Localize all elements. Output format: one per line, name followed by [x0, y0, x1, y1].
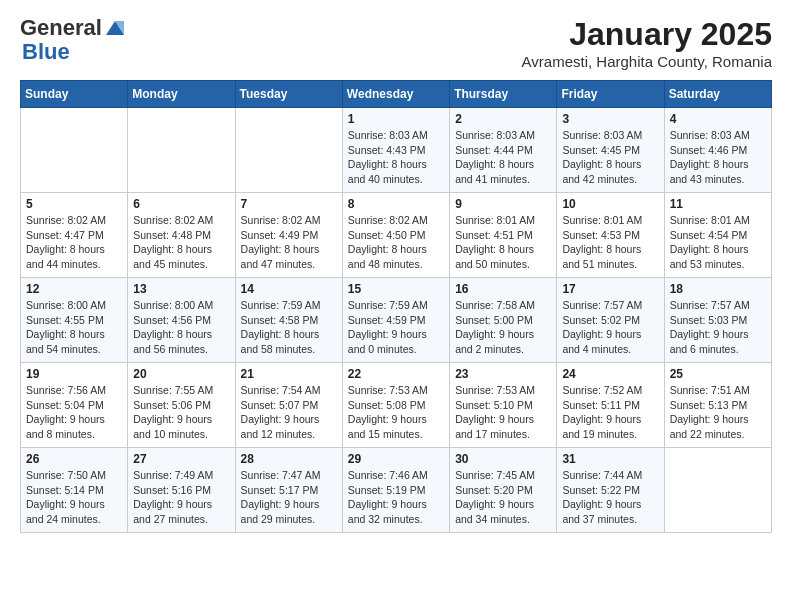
day-info: Sunrise: 7:57 AMSunset: 5:02 PMDaylight:… [562, 298, 658, 357]
logo: General Blue [20, 16, 126, 64]
day-number: 4 [670, 112, 766, 126]
day-info: Sunrise: 7:53 AMSunset: 5:08 PMDaylight:… [348, 383, 444, 442]
calendar-week-5: 26Sunrise: 7:50 AMSunset: 5:14 PMDayligh… [21, 448, 772, 533]
calendar-cell: 19Sunrise: 7:56 AMSunset: 5:04 PMDayligh… [21, 363, 128, 448]
day-info: Sunrise: 8:03 AMSunset: 4:46 PMDaylight:… [670, 128, 766, 187]
day-info: Sunrise: 8:02 AMSunset: 4:49 PMDaylight:… [241, 213, 337, 272]
day-info: Sunrise: 8:01 AMSunset: 4:51 PMDaylight:… [455, 213, 551, 272]
calendar-week-4: 19Sunrise: 7:56 AMSunset: 5:04 PMDayligh… [21, 363, 772, 448]
day-info: Sunrise: 7:44 AMSunset: 5:22 PMDaylight:… [562, 468, 658, 527]
calendar-cell: 27Sunrise: 7:49 AMSunset: 5:16 PMDayligh… [128, 448, 235, 533]
calendar-cell: 2Sunrise: 8:03 AMSunset: 4:44 PMDaylight… [450, 108, 557, 193]
day-info: Sunrise: 8:03 AMSunset: 4:44 PMDaylight:… [455, 128, 551, 187]
col-saturday: Saturday [664, 81, 771, 108]
day-info: Sunrise: 7:46 AMSunset: 5:19 PMDaylight:… [348, 468, 444, 527]
day-info: Sunrise: 7:47 AMSunset: 5:17 PMDaylight:… [241, 468, 337, 527]
day-number: 2 [455, 112, 551, 126]
calendar-cell [128, 108, 235, 193]
day-info: Sunrise: 7:57 AMSunset: 5:03 PMDaylight:… [670, 298, 766, 357]
location: Avramesti, Harghita County, Romania [522, 53, 772, 70]
day-number: 8 [348, 197, 444, 211]
calendar-cell: 29Sunrise: 7:46 AMSunset: 5:19 PMDayligh… [342, 448, 449, 533]
day-number: 30 [455, 452, 551, 466]
header: General Blue January 2025 Avramesti, Har… [20, 16, 772, 70]
calendar-cell: 8Sunrise: 8:02 AMSunset: 4:50 PMDaylight… [342, 193, 449, 278]
day-info: Sunrise: 8:01 AMSunset: 4:53 PMDaylight:… [562, 213, 658, 272]
day-info: Sunrise: 8:00 AMSunset: 4:55 PMDaylight:… [26, 298, 122, 357]
col-thursday: Thursday [450, 81, 557, 108]
day-number: 20 [133, 367, 229, 381]
day-number: 21 [241, 367, 337, 381]
day-info: Sunrise: 7:59 AMSunset: 4:59 PMDaylight:… [348, 298, 444, 357]
calendar-cell: 13Sunrise: 8:00 AMSunset: 4:56 PMDayligh… [128, 278, 235, 363]
calendar-cell: 15Sunrise: 7:59 AMSunset: 4:59 PMDayligh… [342, 278, 449, 363]
calendar-cell [235, 108, 342, 193]
day-number: 1 [348, 112, 444, 126]
calendar-cell: 20Sunrise: 7:55 AMSunset: 5:06 PMDayligh… [128, 363, 235, 448]
calendar-cell: 1Sunrise: 8:03 AMSunset: 4:43 PMDaylight… [342, 108, 449, 193]
calendar-cell: 22Sunrise: 7:53 AMSunset: 5:08 PMDayligh… [342, 363, 449, 448]
title-block: January 2025 Avramesti, Harghita County,… [522, 16, 772, 70]
day-info: Sunrise: 7:55 AMSunset: 5:06 PMDaylight:… [133, 383, 229, 442]
calendar-week-3: 12Sunrise: 8:00 AMSunset: 4:55 PMDayligh… [21, 278, 772, 363]
day-info: Sunrise: 7:50 AMSunset: 5:14 PMDaylight:… [26, 468, 122, 527]
calendar-week-1: 1Sunrise: 8:03 AMSunset: 4:43 PMDaylight… [21, 108, 772, 193]
day-info: Sunrise: 7:51 AMSunset: 5:13 PMDaylight:… [670, 383, 766, 442]
calendar-cell: 5Sunrise: 8:02 AMSunset: 4:47 PMDaylight… [21, 193, 128, 278]
day-number: 17 [562, 282, 658, 296]
day-number: 19 [26, 367, 122, 381]
calendar-table: Sunday Monday Tuesday Wednesday Thursday… [20, 80, 772, 533]
calendar-cell: 24Sunrise: 7:52 AMSunset: 5:11 PMDayligh… [557, 363, 664, 448]
calendar-cell: 17Sunrise: 7:57 AMSunset: 5:02 PMDayligh… [557, 278, 664, 363]
calendar-cell: 10Sunrise: 8:01 AMSunset: 4:53 PMDayligh… [557, 193, 664, 278]
logo-icon [104, 17, 126, 39]
calendar-cell [21, 108, 128, 193]
day-info: Sunrise: 7:54 AMSunset: 5:07 PMDaylight:… [241, 383, 337, 442]
day-number: 3 [562, 112, 658, 126]
calendar-cell: 11Sunrise: 8:01 AMSunset: 4:54 PMDayligh… [664, 193, 771, 278]
calendar-cell: 18Sunrise: 7:57 AMSunset: 5:03 PMDayligh… [664, 278, 771, 363]
day-info: Sunrise: 8:01 AMSunset: 4:54 PMDaylight:… [670, 213, 766, 272]
day-number: 28 [241, 452, 337, 466]
calendar-cell: 4Sunrise: 8:03 AMSunset: 4:46 PMDaylight… [664, 108, 771, 193]
calendar-cell: 14Sunrise: 7:59 AMSunset: 4:58 PMDayligh… [235, 278, 342, 363]
day-info: Sunrise: 8:00 AMSunset: 4:56 PMDaylight:… [133, 298, 229, 357]
day-number: 9 [455, 197, 551, 211]
calendar-cell: 6Sunrise: 8:02 AMSunset: 4:48 PMDaylight… [128, 193, 235, 278]
day-info: Sunrise: 8:02 AMSunset: 4:48 PMDaylight:… [133, 213, 229, 272]
col-wednesday: Wednesday [342, 81, 449, 108]
day-info: Sunrise: 7:56 AMSunset: 5:04 PMDaylight:… [26, 383, 122, 442]
day-info: Sunrise: 7:45 AMSunset: 5:20 PMDaylight:… [455, 468, 551, 527]
day-number: 25 [670, 367, 766, 381]
day-info: Sunrise: 8:03 AMSunset: 4:43 PMDaylight:… [348, 128, 444, 187]
day-number: 7 [241, 197, 337, 211]
day-number: 18 [670, 282, 766, 296]
day-number: 13 [133, 282, 229, 296]
day-info: Sunrise: 7:49 AMSunset: 5:16 PMDaylight:… [133, 468, 229, 527]
day-info: Sunrise: 7:58 AMSunset: 5:00 PMDaylight:… [455, 298, 551, 357]
calendar-cell: 7Sunrise: 8:02 AMSunset: 4:49 PMDaylight… [235, 193, 342, 278]
day-info: Sunrise: 8:02 AMSunset: 4:47 PMDaylight:… [26, 213, 122, 272]
day-number: 10 [562, 197, 658, 211]
day-number: 24 [562, 367, 658, 381]
day-number: 27 [133, 452, 229, 466]
month-title: January 2025 [522, 16, 772, 53]
calendar-cell: 31Sunrise: 7:44 AMSunset: 5:22 PMDayligh… [557, 448, 664, 533]
logo-blue-text: Blue [22, 39, 70, 64]
day-info: Sunrise: 7:59 AMSunset: 4:58 PMDaylight:… [241, 298, 337, 357]
calendar-cell: 21Sunrise: 7:54 AMSunset: 5:07 PMDayligh… [235, 363, 342, 448]
day-number: 23 [455, 367, 551, 381]
calendar-cell: 28Sunrise: 7:47 AMSunset: 5:17 PMDayligh… [235, 448, 342, 533]
calendar-cell: 9Sunrise: 8:01 AMSunset: 4:51 PMDaylight… [450, 193, 557, 278]
day-info: Sunrise: 7:53 AMSunset: 5:10 PMDaylight:… [455, 383, 551, 442]
day-number: 5 [26, 197, 122, 211]
col-sunday: Sunday [21, 81, 128, 108]
day-number: 22 [348, 367, 444, 381]
calendar-cell: 26Sunrise: 7:50 AMSunset: 5:14 PMDayligh… [21, 448, 128, 533]
calendar-cell: 30Sunrise: 7:45 AMSunset: 5:20 PMDayligh… [450, 448, 557, 533]
calendar-cell: 23Sunrise: 7:53 AMSunset: 5:10 PMDayligh… [450, 363, 557, 448]
day-number: 11 [670, 197, 766, 211]
calendar-cell: 16Sunrise: 7:58 AMSunset: 5:00 PMDayligh… [450, 278, 557, 363]
calendar-cell: 25Sunrise: 7:51 AMSunset: 5:13 PMDayligh… [664, 363, 771, 448]
logo-general-text: General [20, 16, 102, 40]
